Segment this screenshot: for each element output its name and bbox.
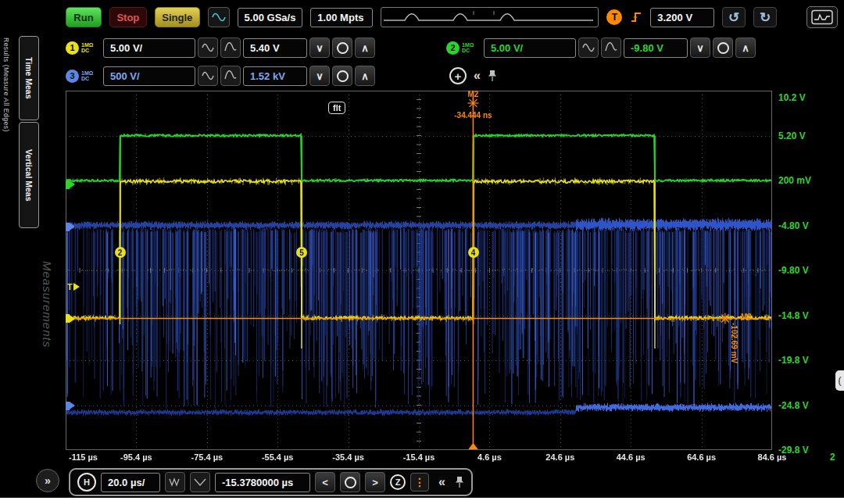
voltage-label-7: -24.8 V	[778, 400, 809, 411]
tab-vertical-meas[interactable]: Vertical Meas	[19, 122, 39, 228]
channel-1-ground-marker[interactable]	[66, 314, 75, 323]
pin-button[interactable]	[455, 476, 464, 488]
delay-right-button[interactable]: >	[365, 472, 385, 492]
channel-2-fine-scale-button[interactable]	[578, 38, 599, 58]
voltage-label-0: 10.2 V	[778, 92, 806, 103]
collapse-controls-button[interactable]: «	[474, 69, 481, 83]
voltage-label-5: -14.8 V	[778, 310, 809, 321]
channel-3-offset-field[interactable]: 1.52 kV	[243, 66, 307, 86]
oscilloscope-app: Run Stop Single 5.00 GSa/s 1.00 Mpts T 3…	[0, 0, 844, 498]
add-channel-button[interactable]: +	[449, 67, 467, 84]
channel-3-fine-scale-button[interactable]	[198, 66, 218, 86]
scope-display[interactable]: flt M2 -34.444 ns T M2 -102.69 mV 254	[66, 91, 772, 450]
channel-1-offset-down-button[interactable]: ∨	[309, 38, 330, 58]
voltage-label-6: -19.8 V	[778, 355, 809, 366]
pin-icon	[455, 476, 464, 488]
timebase-zoom-in-button[interactable]	[165, 472, 185, 492]
sine-small-icon	[582, 42, 595, 53]
single-button[interactable]: Single	[155, 7, 200, 27]
edge-marker-5[interactable]: 5	[296, 247, 307, 258]
channel-1-badge[interactable]: 1	[66, 41, 79, 55]
time-label-7: 24.6 µs	[545, 452, 574, 462]
timebase-field[interactable]: 20.0 µs/	[101, 473, 160, 492]
pin-button[interactable]	[488, 70, 497, 82]
channel-1-offset-up-button[interactable]: ∧	[355, 38, 375, 58]
side-panel-handle[interactable]: (	[835, 370, 844, 391]
trigger-source-badge[interactable]: T	[606, 9, 622, 25]
channel-2-badge[interactable]: 2	[446, 41, 460, 55]
time-label-1: -95.4 µs	[120, 452, 152, 462]
tab-time-meas[interactable]: Time Meas	[19, 36, 39, 120]
channel-3-coupling-label: 1MΩDC	[81, 70, 101, 82]
channel-3-ground-marker[interactable]	[66, 223, 75, 231]
channel-1-coarse-scale-button[interactable]	[220, 38, 241, 58]
wide-waveform-icon	[194, 477, 206, 488]
run-button[interactable]: Run	[66, 7, 102, 27]
channel-2-scale-field[interactable]: 5.00 V/	[484, 38, 576, 58]
narrow-waveform-icon	[169, 477, 181, 488]
channel-2-offset-down-button[interactable]: ∨	[690, 38, 710, 58]
channel-2-coupling-label: 1MΩDC	[462, 42, 481, 54]
channel-3-offset-zero-button[interactable]	[332, 66, 352, 86]
channel-2-offset-up-button[interactable]: ∧	[735, 38, 756, 58]
acquisition-preview[interactable]	[381, 7, 599, 27]
sine-large-icon	[224, 42, 237, 53]
channel-3-scale-field[interactable]: 500 V/	[103, 66, 195, 86]
channel-1-scale-field[interactable]: 5.00 V/	[103, 38, 195, 58]
channel-1-offset-zero-button[interactable]	[332, 38, 352, 58]
m2-right-value: -102.69 mV	[730, 323, 738, 363]
redo-button[interactable]: ↻	[753, 7, 777, 27]
voltage-label-2: 200 mV	[778, 175, 811, 186]
channel-3-offset-down-button[interactable]: ∨	[309, 66, 330, 86]
voltage-label-1: 5.20 V	[778, 130, 806, 141]
triangle-right-icon	[73, 283, 80, 291]
time-label-8: 44.6 µs	[617, 452, 646, 462]
time-label-5: -15.4 µs	[403, 452, 435, 462]
delay-zero-button[interactable]	[340, 472, 360, 492]
undo-button[interactable]: ↺	[722, 7, 746, 27]
acquire-mode-button[interactable]	[208, 7, 230, 27]
trigger-level-field[interactable]: 3.200 V	[650, 8, 714, 27]
channel-1-offset-field[interactable]: 5.40 V	[243, 38, 307, 58]
stop-button[interactable]: Stop	[109, 7, 147, 27]
waveform-canvas[interactable]	[66, 91, 772, 450]
expand-panel-button[interactable]: »	[36, 469, 59, 492]
edge-marker-4[interactable]: 4	[468, 247, 479, 258]
filter-badge: flt	[328, 102, 345, 114]
voltage-label-4: -9.80 V	[778, 265, 809, 276]
channel-2-offset-zero-button[interactable]	[713, 38, 733, 58]
more-options-button[interactable]: ⋮	[410, 473, 429, 491]
channel-3-ground-marker[interactable]	[66, 402, 75, 410]
trigger-level-marker[interactable]: T	[67, 282, 80, 291]
axis-channel-indicator: 2	[830, 452, 835, 463]
voltage-label-3: -4.80 V	[778, 220, 809, 231]
channel-bar-row-1: 1 1MΩDC 5.00 V/ 5.40 V ∨ ∧ 2 1MΩDC 5.00 …	[66, 34, 756, 61]
voltage-axis: 2 10.2 V5.20 V200 mV-4.80 V-9.80 V-14.8 …	[772, 91, 844, 467]
channel-2-offset-field[interactable]: -9.80 V	[624, 38, 688, 58]
sine-large-icon	[605, 42, 617, 53]
delay-left-button[interactable]: <	[315, 472, 335, 492]
channel-2-coarse-scale-button[interactable]	[601, 38, 621, 58]
circle-icon	[337, 70, 349, 82]
collapse-toolbar-button[interactable]: «	[438, 475, 445, 489]
zoom-button[interactable]: Z	[390, 474, 406, 490]
time-axis: -115 µs-95.4 µs-75.4 µs-55.4 µs-35.4 µs-…	[66, 451, 772, 465]
m2-right-name: M2	[741, 313, 752, 321]
channel-3-coarse-scale-button[interactable]	[220, 66, 241, 86]
timebase-zoom-out-button[interactable]	[190, 472, 210, 492]
channel-3-offset-up-button[interactable]: ∧	[355, 66, 375, 86]
circle-icon	[345, 477, 356, 488]
channel-2-ground-marker[interactable]	[66, 181, 75, 189]
channel-3-badge[interactable]: 3	[66, 70, 79, 83]
horizontal-badge[interactable]: H	[77, 473, 96, 491]
channel-1-fine-scale-button[interactable]	[198, 38, 218, 58]
display-settings-button[interactable]	[806, 6, 838, 28]
pin-icon	[488, 70, 497, 82]
trigger-edge-icon[interactable]	[630, 10, 642, 24]
results-panel-label: Results (Measure All Edges)	[2, 38, 10, 217]
delay-field[interactable]: -15.3780000 µs	[215, 473, 310, 492]
top-toolbar: Run Stop Single 5.00 GSa/s 1.00 Mpts T 3…	[66, 5, 838, 30]
left-sidebar: Results (Measure All Edges) Time Meas Ve…	[0, 34, 66, 498]
waveform-screen-icon	[811, 9, 833, 25]
edge-marker-2[interactable]: 2	[115, 247, 126, 258]
